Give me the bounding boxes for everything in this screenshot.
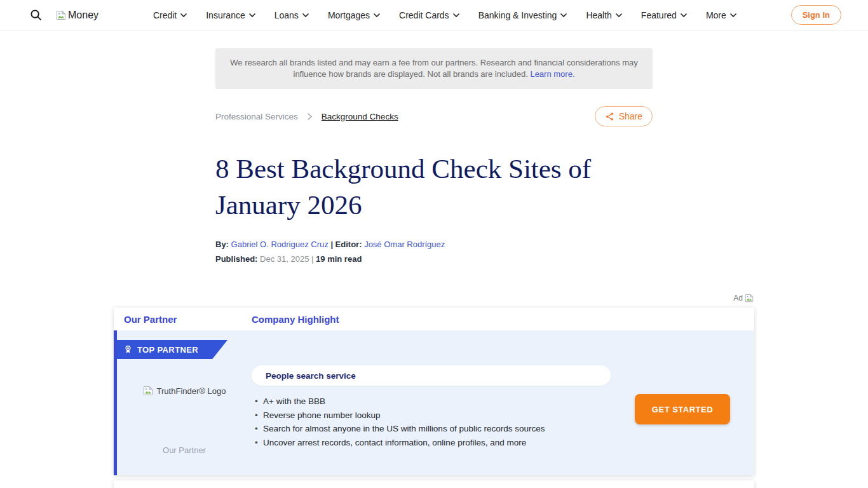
chevron-down-icon — [374, 13, 380, 17]
ad-marker: Ad — [114, 294, 754, 302]
search-icon — [30, 9, 42, 21]
top-partner-row: TOP PARTNER TruthFinder® Logo — [114, 330, 754, 475]
nav-item-insurance[interactable]: Insurance — [206, 10, 255, 20]
search-button[interactable] — [29, 9, 42, 22]
breadcrumb-row: Professional Services Background Checks — [215, 105, 653, 127]
chevron-down-icon — [453, 13, 459, 17]
chevron-down-icon — [302, 13, 309, 17]
chevron-down-icon — [249, 13, 255, 17]
get-started-button[interactable]: GET STARTED — [635, 394, 730, 424]
read-time: 19 min read — [316, 254, 362, 264]
chevron-down-icon — [180, 13, 187, 17]
top-partner-label: TOP PARTNER — [137, 345, 198, 355]
partner-table-header: Our Partner Company Highlight — [114, 308, 754, 330]
top-navigation-bar: Money Credit Insurance Loans Mortgages C… — [0, 0, 868, 30]
highlight-bullet: Reverse phone number lookup — [252, 409, 611, 423]
chevron-down-icon — [681, 13, 687, 17]
nav-item-banking-investing[interactable]: Banking & Investing — [478, 10, 567, 20]
nav-item-health[interactable]: Health — [586, 10, 621, 20]
editor-label: | Editor: — [330, 240, 362, 249]
top-partner-badge: TOP PARTNER — [117, 340, 227, 359]
nav-item-mortgages[interactable]: Mortgages — [328, 10, 380, 20]
author-link[interactable]: Gabriel O. Rodriguez Cruz — [231, 240, 329, 249]
our-partner-caption: Our Partner — [163, 445, 206, 455]
share-icon — [605, 112, 614, 121]
highlight-bullet-list: A+ with the BBB Reverse phone number loo… — [252, 395, 611, 449]
partner-logo-alt-text: TruthFinder® Logo — [157, 386, 226, 396]
ad-label: Ad — [733, 294, 743, 302]
column-header-company-highlight: Company Highlight — [252, 314, 339, 325]
chevron-right-icon — [308, 113, 312, 120]
sign-in-button[interactable]: Sign In — [791, 5, 841, 25]
partner-logo-cell: TruthFinder® Logo Our Partner — [117, 365, 252, 475]
byline: By: Gabriel O. Rodriguez Cruz | Editor: … — [215, 240, 653, 249]
learn-more-link[interactable]: Learn more. — [530, 69, 574, 79]
cta-cell: GET STARTED — [611, 365, 754, 475]
company-highlight-cell: People search service A+ with the BBB Re… — [252, 365, 611, 475]
partner-logo: TruthFinder® Logo — [143, 386, 226, 396]
broken-image-icon — [56, 10, 66, 20]
published-date: Dec 31, 2025 — [260, 254, 309, 264]
highlight-bullet: Search for almost anyone in the US with … — [252, 422, 611, 436]
next-partner-row-stub — [114, 480, 754, 488]
nav-item-credit[interactable]: Credit — [153, 10, 187, 20]
divider: | — [311, 254, 313, 264]
share-label: Share — [619, 111, 642, 121]
nav-item-more[interactable]: More — [706, 10, 736, 20]
breadcrumb: Professional Services Background Checks — [215, 112, 398, 121]
by-label: By: — [215, 240, 229, 249]
chevron-down-icon — [616, 13, 622, 17]
breadcrumb-current-link[interactable]: Background Checks — [322, 112, 398, 121]
broken-image-icon — [143, 386, 153, 396]
nav-item-credit-cards[interactable]: Credit Cards — [399, 10, 459, 20]
page-title: 8 Best Background Check Sites of January… — [215, 151, 653, 223]
breadcrumb-parent-link[interactable]: Professional Services — [215, 112, 298, 121]
editor-link[interactable]: José Omar Rodríguez — [364, 240, 445, 249]
disclosure-text: We research all brands listed and may ea… — [230, 58, 637, 79]
chevron-down-icon — [560, 13, 567, 17]
service-category-pill: People search service — [252, 365, 611, 386]
broken-image-icon — [745, 294, 754, 302]
money-logo[interactable]: Money — [56, 10, 98, 21]
share-button[interactable]: Share — [595, 106, 653, 126]
award-ribbon-icon — [124, 344, 132, 355]
page-main: We research all brands listed and may ea… — [0, 48, 868, 488]
nav-item-featured[interactable]: Featured — [641, 10, 687, 20]
main-nav: Credit Insurance Loans Mortgages Credit … — [153, 10, 736, 20]
advertiser-disclosure: We research all brands listed and may ea… — [215, 48, 653, 89]
highlight-bullet: A+ with the BBB — [252, 395, 611, 409]
highlight-bullet: Uncover arrest records, contact informat… — [252, 436, 611, 450]
published-label: Published: — [215, 254, 257, 264]
published-line: Published: Dec 31, 2025 | 19 min read — [215, 254, 653, 264]
logo-alt-text: Money — [68, 10, 98, 21]
partner-comparison-card: Our Partner Company Highlight TOP PARTNE… — [114, 308, 754, 475]
column-header-our-partner: Our Partner — [114, 314, 252, 325]
chevron-down-icon — [730, 13, 736, 17]
nav-item-loans[interactable]: Loans — [275, 10, 309, 20]
